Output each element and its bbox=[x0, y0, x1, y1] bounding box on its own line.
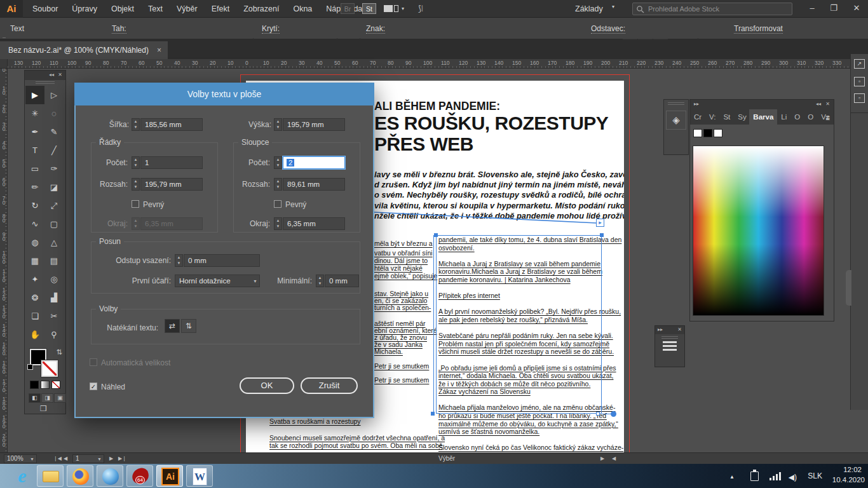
ok-button[interactable]: OK bbox=[240, 377, 294, 394]
horizontal-ruler[interactable]: 1301201101009080706050403020100102030405… bbox=[8, 59, 868, 69]
collapse-panels-icon[interactable]: ◂◂ bbox=[816, 101, 821, 107]
flow-by-columns-button[interactable]: ⇅ bbox=[181, 319, 196, 333]
tools-panel-header[interactable]: ◂◂ ✕ bbox=[25, 71, 65, 80]
menu-item[interactable]: Výběr bbox=[170, 0, 205, 18]
symbol-sprayer-tool[interactable]: ❂ bbox=[25, 288, 44, 307]
artboards-icon[interactable]: ▫ bbox=[854, 93, 865, 103]
character-label[interactable]: Znak: bbox=[366, 24, 385, 34]
stock-icon[interactable]: St bbox=[362, 3, 376, 14]
columns-span-field[interactable]: 89,61 mm bbox=[283, 178, 345, 191]
last-page-button[interactable]: ▶❘ bbox=[118, 456, 126, 461]
media-player-button[interactable] bbox=[97, 465, 123, 487]
stroke-swatch[interactable] bbox=[41, 360, 58, 377]
gradient-mode-button[interactable] bbox=[41, 381, 50, 389]
prev-page-button[interactable]: ◀ bbox=[64, 456, 67, 461]
vertical-ruler[interactable]: 0102030405060708090100110120130140150160… bbox=[0, 59, 8, 452]
firefox-button[interactable] bbox=[67, 465, 93, 487]
page-number-select[interactable]: 1▼ bbox=[72, 454, 104, 463]
clock-date[interactable]: 10.4.2020 bbox=[832, 476, 865, 484]
draw-behind-button[interactable]: ◨ bbox=[41, 393, 53, 403]
mesh-tool[interactable]: ▦ bbox=[25, 252, 44, 270]
layers-panel-icon[interactable]: ◈ bbox=[666, 111, 686, 130]
transform-link[interactable]: Transformovat bbox=[734, 24, 783, 34]
first-page-button[interactable]: ❘◀ bbox=[53, 456, 62, 461]
St[interactable]: St bbox=[719, 109, 734, 125]
draw-inside-button[interactable]: ▣ bbox=[54, 393, 66, 403]
close-panel-icon[interactable]: ✕ bbox=[825, 101, 830, 107]
columns-fixed-checkbox[interactable] bbox=[274, 200, 281, 208]
eraser-tool[interactable]: ◪ bbox=[44, 178, 64, 196]
first-baseline-select[interactable]: Horní dotažnice▼ bbox=[175, 274, 260, 287]
paragraph-label[interactable]: Odstavec: bbox=[591, 24, 625, 34]
columns-count-field[interactable]: 2 bbox=[283, 156, 345, 169]
menu-item[interactable]: Efekt bbox=[205, 0, 237, 18]
rectangle-tool[interactable]: ▭ bbox=[25, 159, 44, 178]
type-tool[interactable]: T bbox=[25, 141, 44, 159]
expand-panels-icon[interactable]: ▸▸ bbox=[694, 101, 699, 107]
blend-tool[interactable]: ◎ bbox=[44, 270, 64, 288]
opacity-label[interactable]: Krytí: bbox=[262, 24, 280, 34]
text-frame-outline[interactable] bbox=[436, 235, 602, 414]
workspace-switcher[interactable]: Základy bbox=[575, 0, 603, 18]
ruler-origin-corner[interactable] bbox=[0, 59, 8, 69]
selection-tool[interactable]: ▶ bbox=[25, 86, 44, 104]
close-tab-icon[interactable]: × bbox=[157, 41, 161, 59]
shaper-tool[interactable]: ✏ bbox=[25, 178, 44, 196]
panel-expand-handle[interactable] bbox=[846, 270, 851, 306]
next-page-button[interactable]: ▶ bbox=[109, 456, 113, 461]
min-stepper[interactable]: ▲▼ bbox=[316, 274, 324, 287]
V:[interactable]: V: bbox=[705, 109, 719, 125]
stroke-label[interactable]: Tah: bbox=[112, 24, 126, 34]
close-panel-icon[interactable]: ✕ bbox=[58, 72, 62, 78]
menu-item[interactable]: Zobrazení bbox=[236, 0, 286, 18]
lasso-tool[interactable]: ◌ bbox=[44, 104, 64, 123]
Cr[interactable]: Cr bbox=[690, 109, 705, 125]
min-field[interactable]: 0 mm bbox=[325, 274, 359, 287]
rows-fixed-checkbox[interactable] bbox=[132, 200, 139, 208]
O[interactable]: O bbox=[804, 109, 817, 125]
menu-item[interactable]: Text bbox=[141, 0, 170, 18]
draw-normal-button[interactable]: ◧ bbox=[29, 393, 41, 403]
menu-item[interactable]: Objekt bbox=[104, 0, 141, 18]
panel-grip[interactable] bbox=[36, 81, 55, 85]
export-icon[interactable]: ↗ bbox=[854, 59, 865, 69]
expand-panels-icon[interactable]: ▸▸ bbox=[658, 327, 663, 332]
status-expand-icon[interactable]: ▶ bbox=[600, 456, 604, 461]
preview-checkbox[interactable]: ✓ bbox=[90, 383, 97, 390]
word-button[interactable]: W bbox=[186, 465, 213, 487]
layout-switcher-icon[interactable] bbox=[384, 5, 393, 12]
rotate-tool[interactable]: ↻ bbox=[25, 196, 44, 215]
area-type-options-dialog[interactable]: Volby textu v ploše Šířka: ▲▼ 185,56 mm … bbox=[74, 83, 374, 418]
internet-explorer-icon[interactable]: e bbox=[11, 465, 33, 487]
out-port-icon[interactable]: ▸ bbox=[596, 219, 604, 227]
illustrator-button[interactable]: Ai bbox=[156, 465, 183, 487]
volume-icon[interactable]: ◀) bbox=[789, 473, 797, 482]
shape-builder-tool[interactable]: ◍ bbox=[25, 233, 44, 252]
dragon-app-button[interactable]: 64 bbox=[126, 465, 153, 487]
document-tab[interactable]: Bez názvu-2.ai* @ 100% (CMYK/Náhled) × bbox=[0, 41, 168, 59]
collapse-panel-icon[interactable]: ◂◂ bbox=[49, 72, 54, 78]
columns-gutter-field[interactable]: 6,35 mm bbox=[283, 217, 345, 230]
status-collapse-icon[interactable]: ◀ bbox=[612, 456, 616, 461]
color-mode-button[interactable] bbox=[30, 381, 39, 389]
pen-tool[interactable]: ✒ bbox=[25, 123, 44, 141]
height-stepper[interactable]: ▲▼ bbox=[274, 118, 282, 131]
columns-count-stepper[interactable]: ▲▼ bbox=[274, 156, 282, 169]
Sy[interactable]: Sy bbox=[734, 109, 749, 125]
zoom-tool[interactable]: ⚲ bbox=[44, 325, 64, 344]
screen-mode-icon[interactable]: ❒ bbox=[40, 402, 47, 415]
bridge-icon[interactable]: Br bbox=[341, 3, 355, 14]
zoom-level-select[interactable]: 100%▼ bbox=[4, 454, 37, 463]
rows-count-stepper[interactable]: ▲▼ bbox=[132, 156, 140, 169]
column-graph-tool[interactable]: ▟ bbox=[44, 288, 64, 307]
none-mode-button[interactable] bbox=[51, 381, 60, 389]
language-indicator[interactable]: SLK bbox=[808, 471, 822, 480]
panel-menu-icon[interactable]: ≡ bbox=[825, 112, 830, 125]
hand-tool[interactable]: ✋ bbox=[25, 325, 44, 344]
cancel-button[interactable]: Zrušit bbox=[301, 377, 358, 394]
file-explorer-button[interactable] bbox=[37, 465, 64, 487]
line-segment-tool[interactable]: ╱ bbox=[44, 141, 64, 159]
rows-span-stepper[interactable]: ▲▼ bbox=[132, 178, 140, 191]
height-field[interactable]: 195,79 mm bbox=[283, 118, 345, 131]
paintbrush-tool[interactable]: ✑ bbox=[44, 159, 64, 178]
